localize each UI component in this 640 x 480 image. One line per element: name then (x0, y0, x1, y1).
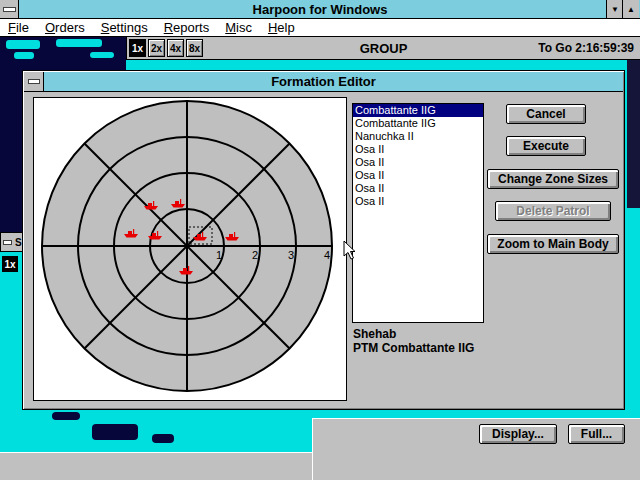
formation-editor-dialog: Formation Editor 1234 Combattante IIGCom… (22, 70, 625, 410)
menu-settings[interactable]: Settings (93, 20, 156, 35)
ring-number-label: 3 (288, 249, 294, 261)
menu-reports[interactable]: Reports (156, 20, 218, 35)
system-menu-icon (3, 7, 16, 12)
dialog-system-menu-button[interactable] (24, 72, 44, 91)
fragment-window-label: S (15, 237, 22, 248)
ship-list-item[interactable]: Osa II (353, 143, 483, 156)
delete-patrol-button: Delete Patrol (495, 201, 611, 221)
system-menu-icon (3, 240, 12, 245)
ring-number-label: 1 (216, 249, 222, 261)
menu-misc[interactable]: Misc (217, 20, 260, 35)
full-button[interactable]: Full... (568, 424, 625, 444)
bottom-left-panel (0, 452, 312, 480)
map-landmass (52, 412, 80, 420)
mouse-cursor (343, 240, 357, 261)
zoom-8x-button[interactable]: 8x (186, 39, 203, 57)
zoom-4x-button[interactable]: 4x (167, 39, 184, 57)
ship-list-item[interactable]: Combattante IIG (353, 104, 483, 117)
zoom-1x-button[interactable]: 1x (129, 39, 146, 57)
map-edge-strip (627, 60, 640, 208)
formation-diagram: 1234 (34, 98, 346, 400)
system-menu-icon (28, 79, 40, 84)
menu-bar: File Orders Settings Reports Misc Help (0, 19, 640, 37)
menu-orders[interactable]: Orders (37, 20, 93, 35)
background-zoom-button[interactable]: 1x (2, 256, 18, 272)
title-bar: Harpoon for Windows ▼ ▲ (0, 0, 640, 19)
ship-list-item[interactable]: Osa II (353, 156, 483, 169)
zoom-to-main-body-button[interactable]: Zoom to Main Body (487, 234, 619, 254)
map-landmass (152, 434, 174, 443)
system-menu-button[interactable] (0, 0, 19, 18)
time-to-go-label: To Go 2:16:59:39 (538, 41, 634, 55)
zoom-2x-button[interactable]: 2x (148, 39, 165, 57)
display-button[interactable]: Display... (479, 424, 557, 444)
formation-diagram-panel[interactable]: 1234 (33, 97, 347, 401)
change-zone-sizes-button[interactable]: Change Zone Sizes (487, 169, 619, 189)
maximize-icon: ▲ (627, 5, 635, 14)
menu-help[interactable]: Help (260, 20, 303, 35)
map-water-patch (56, 39, 102, 47)
map-landmass (92, 424, 138, 440)
menu-file[interactable]: File (0, 20, 37, 35)
ring-number-label: 2 (252, 249, 258, 261)
ship-list-item[interactable]: Combattante IIG (353, 117, 483, 130)
ship-list-item[interactable]: Osa II (353, 195, 483, 208)
cancel-button[interactable]: Cancel (506, 104, 586, 124)
harpoon-app-window: Harpoon for Windows ▼ ▲ File Orders Sett… (0, 0, 640, 480)
ship-list-item[interactable]: Osa II (353, 182, 483, 195)
dialog-title: Formation Editor (271, 74, 376, 89)
minimize-button[interactable]: ▼ (606, 0, 623, 18)
minimize-icon: ▼ (611, 5, 619, 14)
ship-list-item[interactable]: Osa II (353, 169, 483, 182)
maximize-button[interactable]: ▲ (622, 0, 639, 18)
map-water-patch (90, 52, 114, 58)
toolbar: 1x 2x 4x 8x GROUP To Go 2:16:59:39 (126, 37, 640, 60)
map-water-patch (14, 52, 34, 59)
group-label: GROUP (360, 41, 408, 56)
dialog-title-bar: Formation Editor (24, 72, 623, 92)
ship-list-item[interactable]: Nanuchka II (353, 130, 483, 143)
selected-ship-name: Shehab (353, 327, 396, 341)
map-landmass (0, 90, 22, 249)
execute-button[interactable]: Execute (506, 136, 586, 156)
ship-list[interactable]: Combattante IIGCombattante IIGNanuchka I… (352, 103, 484, 323)
ring-number-label: 4 (324, 249, 330, 261)
window-title: Harpoon for Windows (253, 2, 388, 17)
selected-ship-class: PTM Combattante IIG (353, 341, 474, 355)
map-water-patch (6, 40, 40, 49)
